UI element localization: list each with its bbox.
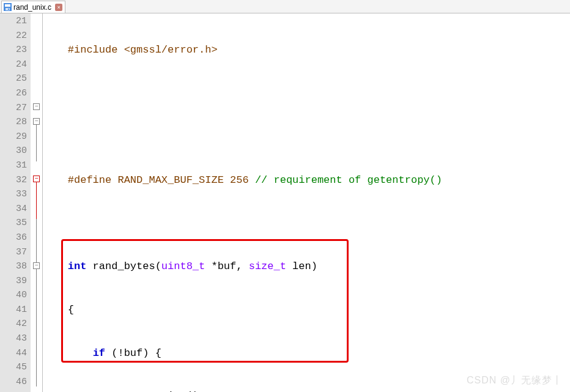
line-number: 42 [0, 317, 27, 331]
line-number: 39 [0, 274, 27, 289]
line-number: 32 [0, 173, 27, 188]
tab-bar: rand_unix.c × [0, 0, 570, 13]
fold-line [36, 125, 37, 161]
fold-line [36, 182, 37, 219]
line-number: 28 [0, 115, 27, 130]
watermark: CSDN @丿无缘梦丨 [467, 374, 563, 387]
fold-box-icon[interactable]: − [33, 118, 40, 125]
line-number: 27 [0, 101, 27, 116]
line-number: 40 [0, 288, 27, 303]
file-tab[interactable]: rand_unix.c × [1, 1, 65, 13]
line-number: 36 [0, 231, 27, 245]
highlight-box [61, 239, 349, 363]
code-line: if (!buf) { [43, 346, 570, 361]
line-number: 21 [0, 14, 27, 29]
fold-margin: − − − − [31, 13, 43, 392]
fold-box-icon[interactable]: − [33, 262, 40, 269]
code-line: #define RAND_MAX_BUF_SIZE 256 // require… [43, 173, 570, 188]
code-editor[interactable]: 2122232425262728293031323334353637383940… [0, 13, 570, 392]
code-area[interactable]: #include <gmssl/error.h> #define RAND_MA… [43, 13, 570, 392]
tab-filename: rand_unix.c [13, 3, 51, 12]
line-number: 30 [0, 144, 27, 158]
line-number: 24 [0, 57, 27, 72]
code-line [43, 130, 570, 144]
line-number: 31 [0, 158, 27, 173]
fold-box-icon[interactable]: − [33, 176, 40, 182]
code-line [43, 86, 570, 101]
line-number: 41 [0, 303, 27, 317]
line-number: 37 [0, 245, 27, 260]
close-icon[interactable]: × [55, 4, 62, 11]
line-number: 46 [0, 375, 27, 390]
svg-rect-3 [8, 9, 9, 10]
code-line: { [43, 303, 570, 317]
code-line: error_print(); [43, 389, 570, 392]
line-number: 23 [0, 43, 27, 57]
line-number: 33 [0, 187, 27, 202]
line-number: 38 [0, 259, 27, 274]
line-number: 45 [0, 360, 27, 375]
code-line [43, 216, 570, 231]
fold-box-icon[interactable]: − [33, 103, 40, 110]
line-gutter: 2122232425262728293031323334353637383940… [0, 13, 31, 392]
code-line: int rand_bytes(uint8_t *buf, size_t len) [43, 259, 570, 274]
line-number: 25 [0, 72, 27, 86]
line-number: 44 [0, 346, 27, 361]
line-number: 34 [0, 202, 27, 216]
svg-rect-1 [5, 4, 10, 7]
line-number: 26 [0, 86, 27, 101]
line-number: 29 [0, 130, 27, 144]
line-number: 35 [0, 216, 27, 231]
fold-line [36, 219, 37, 386]
code-line: #include <gmssl/error.h> [43, 43, 570, 57]
line-number: 43 [0, 331, 27, 346]
line-number: 22 [0, 29, 27, 43]
save-icon [3, 3, 12, 12]
